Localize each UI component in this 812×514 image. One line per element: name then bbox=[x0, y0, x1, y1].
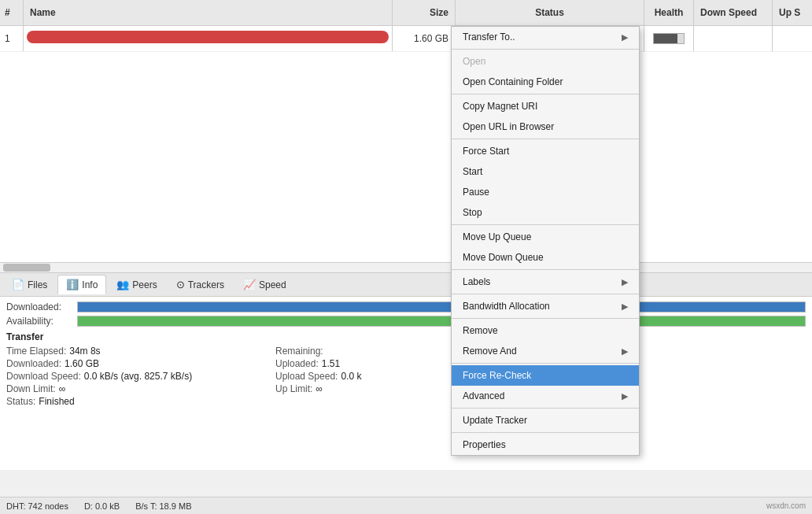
ctx-item-update-tracker[interactable]: Update Tracker bbox=[452, 410, 639, 431]
health-bar bbox=[653, 33, 685, 44]
tab-trackers-label: Trackers bbox=[188, 279, 224, 290]
ctx-separator bbox=[452, 408, 639, 409]
ctx-item-label-remove-and: Remove And bbox=[463, 346, 517, 357]
availability-progress-row: Availability: bbox=[6, 316, 806, 327]
ctx-separator bbox=[452, 432, 639, 433]
uploaded-val: 1.51 bbox=[322, 358, 340, 369]
ctx-item-stop[interactable]: Stop bbox=[452, 202, 639, 223]
ctx-item-pause[interactable]: Pause bbox=[452, 182, 639, 202]
tab-speed[interactable]: 📈 Speed bbox=[234, 275, 295, 294]
ctx-separator bbox=[452, 269, 639, 270]
col-name-header: Name bbox=[24, 0, 393, 25]
downloaded-val: 1.60 GB bbox=[65, 358, 99, 369]
ctx-item-label-copy-magnet: Copy Magnet URI bbox=[463, 101, 537, 112]
tab-info[interactable]: ℹ️ Info bbox=[57, 275, 106, 294]
col-hash: # bbox=[0, 0, 24, 25]
torrent-row[interactable]: 1 1.60 GB Finished bbox=[0, 26, 812, 52]
ctx-item-label-advanced: Advanced bbox=[463, 390, 504, 401]
ctx-item-move-down[interactable]: Move Down Queue bbox=[452, 247, 639, 268]
tab-trackers[interactable]: ⊙ Trackers bbox=[168, 275, 233, 294]
ctx-item-open-url[interactable]: Open URL in Browser bbox=[452, 116, 639, 137]
up-limit-val: ∞ bbox=[316, 383, 323, 394]
down-limit-row: Down Limit: ∞ bbox=[6, 383, 268, 394]
downloaded-row: Downloaded: 1.60 GB bbox=[6, 358, 268, 369]
ctx-item-label-open-folder: Open Containing Folder bbox=[463, 76, 563, 87]
info-icon: ℹ️ bbox=[66, 279, 79, 290]
ctx-item-remove[interactable]: Remove bbox=[452, 320, 639, 341]
torrent-list: 1 1.60 GB Finished bbox=[0, 26, 812, 262]
ctx-separator bbox=[452, 363, 639, 364]
column-header: # Name Size Status Health Down Speed Up … bbox=[0, 0, 812, 26]
torrent-downspeed bbox=[694, 26, 773, 51]
ctx-item-label-pause: Pause bbox=[463, 187, 489, 198]
transfer-grid: Time Elapsed: 34m 8s Remaining: 2.16 MB … bbox=[6, 346, 806, 407]
ctx-item-force-recheck[interactable]: Force Re-Check bbox=[452, 365, 639, 386]
ctx-item-start[interactable]: Start bbox=[452, 161, 639, 182]
tab-info-label: Info bbox=[82, 279, 98, 290]
t-status: B/s T: 18.9 MB bbox=[135, 501, 191, 511]
torrent-name-cell bbox=[24, 26, 393, 51]
col-health-header: Health bbox=[644, 0, 694, 25]
download-speed-row: Download Speed: 0.0 kB/s (avg. 825.7 kB/… bbox=[6, 371, 268, 382]
status-val: Finished bbox=[39, 396, 74, 407]
download-speed-val: 0.0 kB/s (avg. 825.7 kB/s) bbox=[84, 371, 192, 382]
ctx-arrow-bandwidth: ▶ bbox=[622, 301, 628, 312]
ctx-item-label-start: Start bbox=[463, 166, 482, 177]
col-upspeed-header: Up S bbox=[773, 0, 812, 25]
ctx-separator bbox=[452, 224, 639, 225]
availability-bar-fill bbox=[78, 316, 805, 326]
ctx-arrow-labels: ▶ bbox=[622, 277, 628, 287]
ctx-item-copy-magnet[interactable]: Copy Magnet URI bbox=[452, 96, 639, 116]
hscroll-thumb[interactable] bbox=[3, 264, 50, 272]
ctx-item-labels[interactable]: Labels▶ bbox=[452, 272, 639, 292]
ctx-item-properties[interactable]: Properties bbox=[452, 434, 639, 455]
horizontal-scrollbar[interactable] bbox=[0, 262, 812, 273]
ctx-item-bandwidth[interactable]: Bandwidth Allocation▶ bbox=[452, 296, 639, 316]
ctx-separator bbox=[452, 49, 639, 50]
tab-bar: 📄 Files ℹ️ Info 👥 Peers ⊙ Trackers 📈 Spe… bbox=[0, 273, 812, 297]
ctx-item-label-force-start: Force Start bbox=[463, 146, 509, 157]
ctx-item-remove-and[interactable]: Remove And▶ bbox=[452, 341, 639, 361]
ctx-item-label-open-url: Open URL in Browser bbox=[463, 121, 554, 132]
availability-progress-bar bbox=[77, 316, 806, 327]
remaining-key: Remaining: bbox=[275, 346, 323, 357]
ctx-item-open-folder[interactable]: Open Containing Folder bbox=[452, 72, 639, 92]
ctx-item-transfer-to[interactable]: Transfer To..▶ bbox=[452, 27, 639, 47]
ctx-item-advanced[interactable]: Advanced▶ bbox=[452, 386, 639, 406]
watermark: wsxdn.com bbox=[207, 501, 806, 510]
download-speed-key: Download Speed: bbox=[6, 371, 81, 382]
ctx-item-force-start[interactable]: Force Start bbox=[452, 141, 639, 161]
status-row: Status: Finished bbox=[6, 396, 268, 407]
tab-files[interactable]: 📄 Files bbox=[3, 275, 56, 294]
transfer-section: Transfer Time Elapsed: 34m 8s Remaining:… bbox=[6, 331, 806, 407]
torrent-index: 1 bbox=[0, 26, 24, 51]
col-status-header: Status bbox=[456, 0, 644, 25]
speed-icon: 📈 bbox=[243, 279, 256, 290]
uploaded-key: Uploaded: bbox=[275, 358, 319, 369]
col-size-header: Size bbox=[393, 0, 456, 25]
upload-speed-val: 0.0 k bbox=[341, 371, 361, 382]
ctx-item-label-stop: Stop bbox=[463, 207, 482, 218]
torrent-size: 1.60 GB bbox=[393, 26, 456, 51]
ctx-separator bbox=[452, 94, 639, 94]
peers-icon: 👥 bbox=[116, 279, 129, 290]
ctx-separator bbox=[452, 318, 639, 319]
up-limit-key: Up Limit: bbox=[275, 383, 312, 394]
tab-peers[interactable]: 👥 Peers bbox=[108, 275, 165, 294]
availability-label: Availability: bbox=[6, 316, 77, 327]
ctx-item-label-open: Open bbox=[463, 56, 485, 67]
health-bar-fill bbox=[654, 34, 677, 43]
dht-status: DHT: 742 nodes bbox=[6, 501, 68, 511]
downloaded-label: Downloaded: bbox=[6, 301, 77, 312]
time-elapsed-key: Time Elapsed: bbox=[6, 346, 66, 357]
ctx-item-move-up[interactable]: Move Up Queue bbox=[452, 227, 639, 247]
d-status: D: 0.0 kB bbox=[84, 501, 120, 511]
tab-speed-label: Speed bbox=[259, 279, 286, 290]
ctx-item-label-labels: Labels bbox=[463, 276, 490, 287]
tab-peers-label: Peers bbox=[132, 279, 157, 290]
upload-speed-key: Upload Speed: bbox=[275, 371, 338, 382]
torrent-health-cell bbox=[644, 26, 694, 51]
downloaded-progress-row: Downloaded: bbox=[6, 301, 806, 312]
ctx-item-label-transfer-to: Transfer To.. bbox=[463, 31, 515, 43]
time-elapsed-row: Time Elapsed: 34m 8s bbox=[6, 346, 268, 357]
